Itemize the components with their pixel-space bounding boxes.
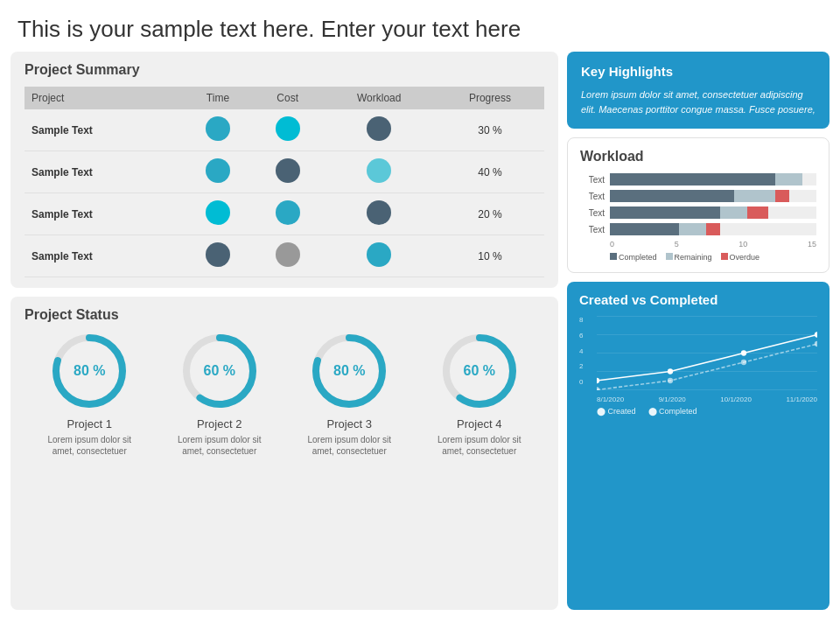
status-project-name: Project 3 bbox=[297, 417, 402, 430]
x-axis-labels: 8/1/2020 9/1/2020 10/1/2020 11/1/2020 bbox=[579, 396, 817, 403]
bar-completed bbox=[610, 173, 775, 186]
left-column: Project Summary Project Time Cost Worklo… bbox=[10, 52, 558, 610]
created-dot bbox=[815, 332, 817, 337]
line-chart-legend: ⬤ Created ⬤ Completed bbox=[579, 407, 817, 416]
donut-chart: 60 % bbox=[180, 332, 259, 410]
row-workload bbox=[322, 235, 435, 277]
bar-completed bbox=[610, 206, 720, 219]
right-column: Key Highlights Lorem ipsum dolor sit ame… bbox=[567, 52, 830, 610]
project-summary-panel: Project Summary Project Time Cost Worklo… bbox=[10, 52, 558, 288]
row-progress: 10 % bbox=[436, 235, 544, 277]
project-summary-table: Project Time Cost Workload Progress Samp… bbox=[24, 87, 544, 277]
bar-remaining bbox=[734, 190, 775, 202]
col-time: Time bbox=[183, 87, 253, 109]
workload-title: Workload bbox=[580, 149, 816, 164]
row-workload bbox=[322, 151, 435, 193]
status-item: 80 % Project 1 Lorem ipsum dolor sit ame… bbox=[37, 332, 142, 457]
status-desc: Lorem ipsum dolor sit amet, consectetuer bbox=[427, 434, 532, 457]
bar-row: Text bbox=[580, 173, 816, 186]
table-row: Sample Text 20 % bbox=[24, 193, 544, 235]
row-time bbox=[183, 151, 253, 193]
table-row: Sample Text 40 % bbox=[24, 151, 544, 193]
chart-axis: 0 5 10 15 bbox=[580, 240, 816, 248]
project-summary-title: Project Summary bbox=[24, 62, 544, 78]
donut-label: 60 % bbox=[464, 363, 495, 379]
created-vs-completed-panel: Created vs Completed 8 6 4 2 0 bbox=[567, 282, 830, 610]
bar-row: Text bbox=[580, 206, 816, 219]
bar-completed bbox=[610, 190, 734, 202]
bar-remaining bbox=[720, 206, 747, 219]
project-status-title: Project Status bbox=[24, 307, 544, 323]
completed-dot bbox=[668, 378, 673, 383]
key-highlights-title: Key Highlights bbox=[581, 64, 816, 79]
table-row: Sample Text 30 % bbox=[24, 109, 544, 151]
bar-track bbox=[610, 223, 816, 235]
page-title: This is your sample text here. Enter you… bbox=[0, 0, 840, 52]
completed-dot bbox=[741, 360, 746, 365]
bar-completed bbox=[610, 223, 679, 235]
row-name: Sample Text bbox=[24, 109, 183, 151]
project-status-panel: Project Status 80 % Project 1 Lorem ipsu… bbox=[10, 297, 558, 610]
row-name: Sample Text bbox=[24, 235, 183, 277]
status-project-name: Project 4 bbox=[427, 417, 532, 430]
created-dot bbox=[668, 368, 673, 374]
workload-bar-chart: Text Text Text Text bbox=[580, 173, 816, 235]
line-chart-svg bbox=[597, 316, 817, 390]
chart-legend: Completed Remaining Overdue bbox=[580, 253, 816, 262]
status-desc: Lorem ipsum dolor sit amet, consectetuer bbox=[37, 434, 142, 457]
bar-track bbox=[610, 173, 816, 186]
donut-chart: 60 % bbox=[440, 332, 519, 410]
row-time bbox=[183, 109, 253, 151]
bar-remaining bbox=[775, 173, 802, 186]
key-highlights-body: Lorem ipsum dolor sit amet, consectetuer… bbox=[581, 88, 816, 116]
status-item: 80 % Project 3 Lorem ipsum dolor sit ame… bbox=[297, 332, 402, 457]
status-item: 60 % Project 4 Lorem ipsum dolor sit ame… bbox=[427, 332, 532, 457]
bar-row: Text bbox=[580, 223, 816, 235]
bar-overdue bbox=[775, 190, 789, 202]
donut-label: 80 % bbox=[74, 363, 105, 379]
created-dot bbox=[741, 350, 746, 355]
row-time bbox=[183, 193, 253, 235]
bar-track bbox=[610, 206, 816, 219]
row-workload bbox=[322, 109, 435, 151]
row-workload bbox=[322, 193, 435, 235]
row-progress: 40 % bbox=[436, 151, 544, 193]
col-cost: Cost bbox=[253, 87, 323, 109]
row-time bbox=[183, 235, 253, 277]
y-axis-labels: 8 6 4 2 0 bbox=[579, 316, 583, 386]
workload-panel: Workload Text Text Text Text bbox=[567, 137, 830, 273]
row-cost bbox=[253, 193, 323, 235]
donut-label: 80 % bbox=[333, 363, 365, 379]
bar-label: Text bbox=[580, 225, 605, 234]
donut-label: 60 % bbox=[204, 363, 235, 379]
row-progress: 30 % bbox=[436, 109, 544, 151]
row-cost bbox=[253, 151, 323, 193]
status-project-name: Project 1 bbox=[37, 417, 142, 430]
row-name: Sample Text bbox=[24, 151, 183, 193]
status-project-name: Project 2 bbox=[167, 417, 272, 430]
col-project: Project bbox=[24, 87, 183, 109]
completed-dot bbox=[815, 341, 817, 346]
bar-overdue bbox=[747, 206, 768, 219]
row-name: Sample Text bbox=[24, 193, 183, 235]
row-cost bbox=[253, 109, 323, 151]
status-item: 60 % Project 2 Lorem ipsum dolor sit ame… bbox=[167, 332, 272, 457]
line-chart-area: 8 6 4 2 0 bbox=[579, 316, 817, 412]
key-highlights-panel: Key Highlights Lorem ipsum dolor sit ame… bbox=[567, 52, 830, 129]
row-cost bbox=[253, 235, 323, 277]
col-progress: Progress bbox=[436, 87, 544, 109]
bar-remaining bbox=[679, 223, 706, 235]
donut-chart: 80 % bbox=[50, 332, 129, 410]
row-progress: 20 % bbox=[436, 193, 544, 235]
bar-label: Text bbox=[580, 208, 605, 218]
status-row: 80 % Project 1 Lorem ipsum dolor sit ame… bbox=[24, 332, 544, 457]
created-vs-completed-title: Created vs Completed bbox=[579, 292, 817, 307]
bar-track bbox=[610, 190, 816, 202]
completed-dot bbox=[597, 387, 599, 390]
main-layout: Project Summary Project Time Cost Worklo… bbox=[0, 52, 840, 619]
bar-label: Text bbox=[580, 175, 605, 185]
col-workload: Workload bbox=[322, 87, 435, 109]
created-dot bbox=[597, 378, 599, 383]
status-desc: Lorem ipsum dolor sit amet, consectetuer bbox=[297, 434, 402, 457]
bar-row: Text bbox=[580, 190, 816, 202]
